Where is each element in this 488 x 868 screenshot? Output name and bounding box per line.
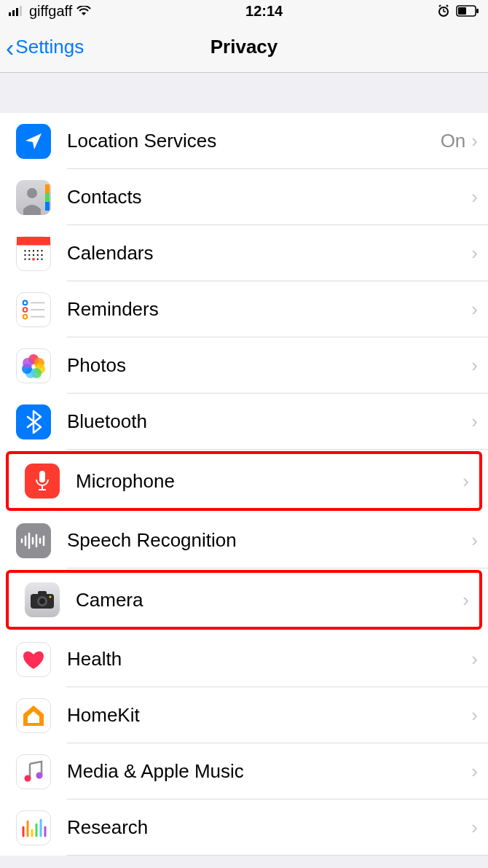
svg-rect-1 — [12, 10, 15, 16]
row-label: Media & Apple Music — [67, 760, 471, 783]
alarm-icon — [437, 4, 450, 17]
svg-point-34 — [23, 308, 28, 312]
row-label: Contacts — [67, 186, 471, 208]
row-label: Microphone — [76, 470, 463, 493]
svg-point-44 — [23, 358, 33, 368]
chevron-right-icon: › — [463, 589, 469, 611]
chevron-right-icon: › — [471, 354, 478, 377]
bluetooth-icon — [16, 404, 51, 439]
row-reminders[interactable]: Reminders › — [0, 281, 488, 337]
signal-icon — [9, 6, 25, 16]
calendar-icon — [16, 236, 51, 271]
speech-icon — [16, 523, 51, 558]
row-label: HomeKit — [67, 704, 471, 727]
row-location-services[interactable]: Location Services On › — [0, 113, 488, 169]
svg-point-21 — [41, 250, 42, 251]
row-bluetooth[interactable]: Bluetooth › — [0, 394, 488, 450]
wifi-icon — [76, 6, 91, 16]
svg-point-27 — [24, 258, 25, 259]
svg-point-62 — [36, 772, 43, 778]
svg-point-61 — [25, 775, 31, 781]
svg-rect-15 — [45, 202, 50, 211]
svg-rect-56 — [38, 591, 47, 595]
row-label: Bluetooth — [67, 410, 471, 433]
row-label: Calendars — [67, 242, 471, 265]
svg-rect-0 — [9, 12, 11, 16]
battery-icon — [456, 5, 479, 17]
svg-point-23 — [28, 254, 30, 255]
row-label: Camera — [76, 589, 463, 611]
svg-rect-14 — [45, 193, 50, 202]
row-label: Location Services — [67, 130, 441, 152]
row-camera[interactable]: Camera › — [6, 570, 482, 630]
svg-rect-13 — [45, 184, 50, 193]
chevron-right-icon: › — [471, 242, 478, 265]
svg-rect-2 — [16, 8, 18, 16]
svg-point-36 — [23, 314, 28, 318]
row-label: Health — [67, 648, 471, 670]
svg-point-59 — [50, 596, 52, 598]
row-value: On — [441, 130, 466, 152]
svg-point-12 — [27, 188, 37, 198]
row-photos[interactable]: Photos › — [0, 337, 488, 394]
svg-rect-10 — [458, 7, 466, 15]
contacts-icon — [16, 180, 51, 215]
chevron-right-icon: › — [471, 704, 478, 727]
chevron-right-icon: › — [471, 410, 478, 433]
music-icon — [16, 754, 51, 789]
svg-rect-45 — [39, 471, 45, 482]
nav-bar: ‹ Settings Privacy — [0, 22, 488, 73]
svg-point-17 — [24, 250, 25, 251]
svg-line-7 — [439, 5, 441, 7]
row-research[interactable]: Research › — [0, 799, 488, 856]
svg-point-18 — [28, 250, 30, 251]
photos-icon — [16, 348, 51, 383]
svg-point-32 — [23, 300, 28, 305]
carrier-label: giffgaff — [29, 3, 72, 20]
svg-rect-16 — [17, 237, 50, 246]
chevron-right-icon: › — [471, 816, 478, 839]
row-microphone[interactable]: Microphone › — [6, 451, 482, 511]
chevron-right-icon: › — [471, 130, 478, 152]
chevron-left-icon: ‹ — [6, 35, 14, 60]
row-homekit[interactable]: HomeKit › — [0, 687, 488, 743]
chevron-right-icon: › — [471, 529, 478, 552]
svg-point-24 — [33, 254, 34, 255]
reminders-icon — [16, 292, 51, 327]
svg-point-26 — [41, 254, 42, 255]
svg-point-22 — [24, 254, 25, 255]
homekit-icon — [16, 698, 51, 733]
row-label: Reminders — [67, 298, 471, 321]
svg-point-30 — [41, 258, 42, 259]
research-icon — [16, 810, 51, 845]
location-icon — [16, 124, 51, 159]
time-label: 12:14 — [245, 3, 283, 20]
page-title: Privacy — [210, 36, 278, 58]
chevron-right-icon: › — [471, 186, 478, 208]
row-label: Speech Recognition — [67, 529, 471, 552]
row-label: Photos — [67, 354, 471, 377]
svg-point-20 — [37, 250, 39, 251]
row-label: Research — [67, 816, 471, 839]
chevron-right-icon: › — [471, 760, 478, 783]
back-label: Settings — [15, 36, 84, 58]
svg-rect-3 — [20, 6, 22, 16]
chevron-right-icon: › — [471, 648, 478, 670]
health-icon — [16, 642, 51, 677]
row-health[interactable]: Health › — [0, 631, 488, 687]
row-media-apple-music[interactable]: Media & Apple Music › — [0, 743, 488, 799]
row-contacts[interactable]: Contacts › — [0, 169, 488, 225]
svg-point-58 — [39, 598, 45, 604]
camera-icon — [25, 582, 60, 617]
back-button[interactable]: ‹ Settings — [6, 35, 84, 60]
microphone-icon — [25, 464, 60, 498]
chevron-right-icon: › — [471, 298, 478, 321]
row-speech-recognition[interactable]: Speech Recognition › — [0, 512, 488, 568]
svg-point-31 — [32, 257, 35, 260]
svg-point-25 — [37, 254, 39, 255]
svg-point-19 — [33, 250, 34, 251]
section-spacer — [0, 73, 488, 113]
chevron-right-icon: › — [463, 470, 469, 493]
svg-point-28 — [28, 258, 30, 259]
row-calendars[interactable]: Calendars › — [0, 225, 488, 281]
